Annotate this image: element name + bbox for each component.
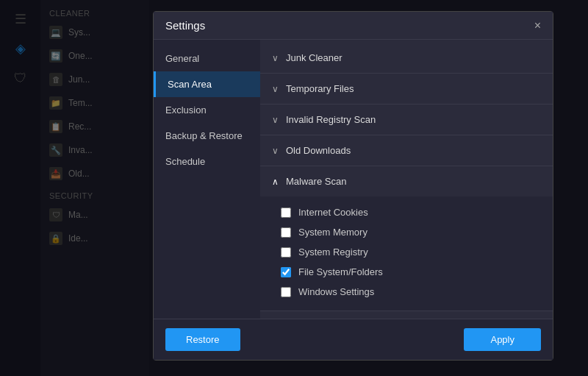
temporary-files-arrow: ∨ bbox=[272, 84, 279, 94]
accordion-invalid-registry: ∨ Invalid Registry Scan bbox=[260, 104, 553, 135]
junk-cleaner-arrow: ∨ bbox=[272, 53, 279, 63]
apply-button[interactable]: Apply bbox=[464, 328, 541, 351]
system-registry-checkbox[interactable] bbox=[281, 247, 291, 258]
malware-scan-content: Internet Cookies System Memory System Re… bbox=[260, 196, 553, 311]
nav-scan-area[interactable]: Scan Area bbox=[154, 71, 260, 97]
accordion-temporary-files: ∨ Temporary Files bbox=[260, 74, 553, 104]
system-memory-label[interactable]: System Memory bbox=[298, 227, 368, 238]
accordion-old-downloads-header[interactable]: ∨ Old Downloads bbox=[260, 135, 553, 166]
old-downloads-label: Old Downloads bbox=[286, 145, 351, 156]
settings-content-panel: ∨ Junk Cleaner ∨ Temporary Files ∨ Inval… bbox=[260, 40, 553, 319]
accordion-invalid-registry-header[interactable]: ∨ Invalid Registry Scan bbox=[260, 104, 553, 135]
checkbox-internet-cookies: Internet Cookies bbox=[281, 202, 541, 222]
close-button[interactable]: × bbox=[534, 20, 541, 32]
accordion-malware-scan-header[interactable]: ∧ Malware Scan bbox=[260, 166, 553, 196]
modal-title: Settings bbox=[165, 19, 205, 32]
old-downloads-arrow: ∨ bbox=[272, 146, 279, 156]
junk-cleaner-label: Junk Cleaner bbox=[286, 52, 343, 63]
file-system-label[interactable]: File System/Folders bbox=[298, 266, 383, 277]
modal-footer: Restore Apply bbox=[154, 319, 553, 360]
malware-scan-label: Malware Scan bbox=[286, 176, 346, 187]
accordion-temporary-files-header[interactable]: ∨ Temporary Files bbox=[260, 74, 553, 104]
checkbox-windows-settings: Windows Settings bbox=[281, 282, 541, 302]
nav-schedule[interactable]: Schedule bbox=[154, 149, 260, 174]
malware-scan-arrow: ∧ bbox=[272, 177, 279, 187]
invalid-registry-label: Invalid Registry Scan bbox=[286, 114, 376, 125]
settings-nav-panel: General Scan Area Exclusion Backup & Res… bbox=[154, 40, 260, 319]
internet-cookies-label[interactable]: Internet Cookies bbox=[298, 207, 368, 218]
accordion-junk-cleaner: ∨ Junk Cleaner bbox=[260, 43, 553, 74]
accordion-old-downloads: ∨ Old Downloads bbox=[260, 135, 553, 166]
system-memory-checkbox[interactable] bbox=[281, 227, 291, 238]
accordion-identity-protector: ∨ Identity Protector bbox=[260, 311, 553, 319]
invalid-registry-arrow: ∨ bbox=[272, 115, 279, 125]
nav-general[interactable]: General bbox=[154, 46, 260, 71]
accordion-identity-protector-header[interactable]: ∨ Identity Protector bbox=[260, 311, 553, 319]
windows-settings-checkbox[interactable] bbox=[281, 287, 291, 297]
nav-backup-restore[interactable]: Backup & Restore bbox=[154, 123, 260, 149]
internet-cookies-checkbox[interactable] bbox=[281, 207, 291, 218]
file-system-checkbox[interactable] bbox=[281, 267, 291, 277]
modal-header: Settings × bbox=[154, 12, 553, 40]
checkbox-system-registry: System Registry bbox=[281, 242, 541, 262]
windows-settings-label[interactable]: Windows Settings bbox=[298, 286, 374, 297]
checkbox-system-memory: System Memory bbox=[281, 222, 541, 242]
temporary-files-label: Temporary Files bbox=[286, 83, 354, 94]
nav-exclusion[interactable]: Exclusion bbox=[154, 97, 260, 123]
restore-button[interactable]: Restore bbox=[165, 328, 240, 351]
accordion-malware-scan: ∧ Malware Scan Internet Cookies System M… bbox=[260, 166, 553, 311]
modal-body: General Scan Area Exclusion Backup & Res… bbox=[154, 40, 553, 319]
checkbox-file-system: File System/Folders bbox=[281, 262, 541, 282]
system-registry-label[interactable]: System Registry bbox=[298, 246, 368, 258]
settings-modal: Settings × General Scan Area Exclusion B… bbox=[153, 11, 553, 361]
accordion-junk-cleaner-header[interactable]: ∨ Junk Cleaner bbox=[260, 43, 553, 73]
